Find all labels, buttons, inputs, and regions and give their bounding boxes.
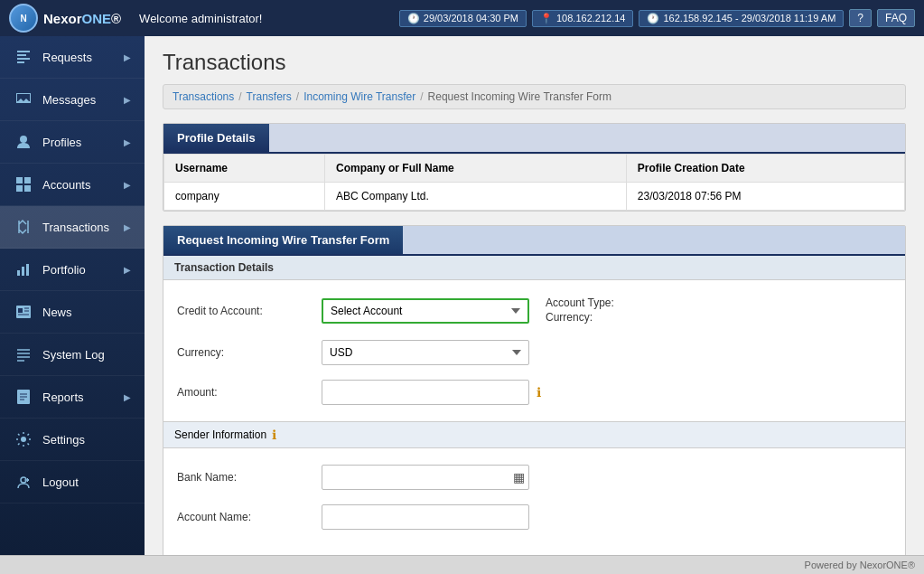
account-name-input[interactable]	[322, 504, 529, 530]
header-datetime: 29/03/2018 04:30 PM	[424, 13, 518, 24]
reports-icon	[14, 387, 33, 407]
profile-username: company	[164, 183, 325, 211]
logo-icon: N	[9, 4, 38, 33]
breadcrumb-sep1: /	[238, 90, 241, 103]
sidebar-label-portfolio: Portfolio	[42, 263, 124, 277]
arrow-icon-transactions: ▶	[124, 222, 131, 232]
arrow-icon-reports: ▶	[124, 392, 131, 402]
credit-account-select[interactable]: Select Account	[322, 298, 529, 324]
amount-row: Amount: ℹ	[177, 372, 891, 412]
main-layout: Requests ▶ Messages ▶ Profiles ▶ Account…	[0, 36, 924, 555]
sidebar-label-news: News	[42, 306, 131, 319]
sidebar-label-systemlog: System Log	[42, 348, 131, 362]
welcome-text: Welcome administrator!	[139, 12, 390, 25]
page-title: Transactions	[163, 50, 906, 75]
credit-label: Credit to Account:	[177, 305, 322, 317]
faq-button[interactable]: FAQ	[877, 9, 915, 27]
sidebar-label-logout: Logout	[42, 475, 131, 489]
footer-text: Powered by NexorONE®	[805, 560, 915, 570]
sidebar-item-accounts[interactable]: Accounts ▶	[0, 164, 145, 206]
profile-table: Username Company or Full Name Profile Cr…	[163, 154, 905, 211]
bank-name-label: Bank Name:	[177, 471, 322, 484]
sidebar-item-systemlog[interactable]: System Log	[0, 334, 145, 376]
arrow-icon-portfolio: ▶	[124, 265, 131, 275]
profile-row: company ABC Company Ltd. 23/03/2018 07:5…	[164, 183, 905, 211]
help-button[interactable]: ?	[849, 9, 872, 27]
svg-rect-9	[18, 308, 23, 313]
breadcrumb-current: Request Incoming Wire Transfer Form	[428, 90, 611, 103]
ip1-badge: 📍 108.162.212.14	[532, 10, 633, 27]
svg-rect-5	[17, 270, 20, 276]
currency-select[interactable]: USD	[322, 340, 529, 365]
clock-badge: 🕐 29/03/2018 04:30 PM	[399, 10, 527, 27]
sidebar-item-reports[interactable]: Reports ▶	[0, 376, 145, 419]
sidebar-item-news[interactable]: News	[0, 291, 145, 334]
svg-rect-3	[16, 185, 23, 192]
sender-info-icon[interactable]: ℹ	[272, 428, 276, 442]
sidebar-label-reports: Reports	[42, 391, 124, 404]
svg-point-0	[20, 136, 27, 143]
sidebar-label-profiles: Profiles	[42, 136, 124, 149]
sidebar-item-requests[interactable]: Requests ▶	[0, 36, 145, 79]
breadcrumb-sep2: /	[296, 90, 299, 103]
amount-info-icon[interactable]: ℹ	[537, 385, 541, 400]
clock-icon: 🕐	[407, 13, 420, 24]
account-name-control	[322, 504, 529, 530]
amount-input[interactable]	[322, 380, 529, 405]
bank-name-control: ▦	[322, 465, 529, 490]
col-date: Profile Creation Date	[626, 155, 904, 183]
sidebar-item-transactions[interactable]: Transactions ▶	[0, 206, 145, 249]
currency-row: Currency: USD	[177, 333, 891, 372]
bank-name-wrapper: ▦	[322, 465, 529, 490]
sidebar-label-settings: Settings	[42, 433, 131, 447]
sidebar-item-messages[interactable]: Messages ▶	[0, 79, 145, 121]
amount-label: Amount:	[177, 386, 322, 399]
breadcrumb: Transactions / Transfers / Incoming Wire…	[163, 84, 906, 109]
sender-info-row: Sender Information ℹ	[174, 428, 894, 442]
arrow-icon-accounts: ▶	[124, 180, 131, 190]
sidebar-label-accounts: Accounts	[42, 178, 124, 192]
portfolio-icon	[14, 259, 33, 279]
content-area: Transactions Transactions / Transfers / …	[145, 36, 924, 555]
requests-icon	[14, 47, 33, 67]
accounts-icon	[14, 174, 33, 194]
form-body: Credit to Account: Select Account Accoun…	[163, 280, 905, 421]
profiles-icon	[14, 132, 33, 152]
footer: Powered by NexorONE®	[0, 555, 924, 574]
bank-search-icon[interactable]: ▦	[513, 470, 525, 485]
profile-header-wrap: Profile Details	[163, 124, 905, 154]
svg-point-11	[21, 437, 26, 442]
svg-rect-2	[24, 177, 31, 183]
bank-name-input[interactable]	[322, 465, 529, 490]
form-header: Request Incoming Wire Transfer Form	[163, 226, 403, 254]
account-type-label: Account Type:	[546, 296, 614, 309]
breadcrumb-wire[interactable]: Incoming Wire Transfer	[303, 90, 415, 103]
account-name-label: Account Name:	[177, 511, 322, 523]
breadcrumb-transactions[interactable]: Transactions	[173, 90, 234, 103]
logout-icon	[14, 472, 33, 492]
messages-icon	[14, 89, 33, 109]
sidebar-item-logout[interactable]: Logout	[0, 461, 145, 503]
svg-rect-7	[26, 264, 29, 276]
ip2-badge: 🕐 162.158.92.145 - 29/03/2018 11:19 AM	[639, 10, 844, 27]
arrow-icon-messages: ▶	[124, 95, 131, 105]
sender-section: Sender Information ℹ	[163, 421, 905, 448]
sidebar-item-settings[interactable]: Settings	[0, 419, 145, 461]
col-name: Company or Full Name	[325, 155, 627, 183]
settings-icon	[14, 429, 33, 449]
sidebar: Requests ▶ Messages ▶ Profiles ▶ Account…	[0, 36, 145, 555]
sidebar-item-profiles[interactable]: Profiles ▶	[0, 121, 145, 164]
transaction-section-title: Transaction Details	[163, 256, 905, 280]
form-body-sender: Bank Name: ▦ Account Name:	[163, 448, 905, 546]
form-card: Request Incoming Wire Transfer Form Tran…	[163, 225, 906, 555]
breadcrumb-transfers[interactable]: Transfers	[247, 90, 292, 103]
account-type-info: Account Type: Currency:	[546, 296, 614, 325]
sidebar-label-requests: Requests	[42, 51, 124, 64]
sidebar-item-portfolio[interactable]: Portfolio ▶	[0, 249, 145, 291]
breadcrumb-sep3: /	[420, 90, 423, 103]
account-name-row: Account Name:	[177, 497, 891, 537]
systemlog-icon	[14, 344, 33, 364]
ip2-text: 162.158.92.145 - 29/03/2018 11:19 AM	[663, 13, 835, 24]
svg-rect-1	[16, 177, 23, 183]
arrow-icon-requests: ▶	[124, 52, 131, 62]
